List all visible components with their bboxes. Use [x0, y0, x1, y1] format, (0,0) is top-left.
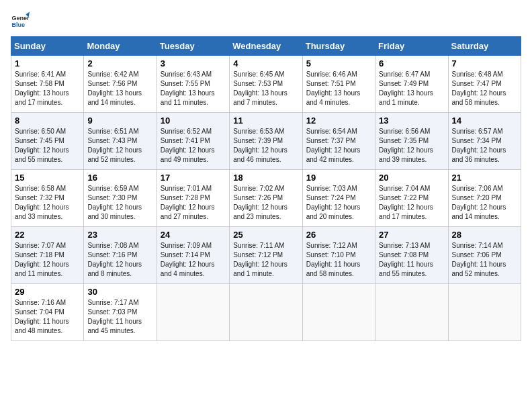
day-number: 5	[306, 58, 371, 68]
calendar-cell: 9 Sunrise: 6:51 AM Sunset: 7:43 PM Dayli…	[84, 113, 157, 170]
day-number: 30	[87, 287, 152, 297]
day-info: Sunrise: 6:45 AM Sunset: 7:53 PM Dayligh…	[233, 70, 298, 107]
day-info: Sunrise: 6:43 AM Sunset: 7:55 PM Dayligh…	[161, 70, 226, 107]
day-number: 20	[379, 173, 444, 183]
weekday-header-monday: Monday	[84, 37, 157, 56]
calendar-cell: 30 Sunrise: 7:17 AM Sunset: 7:03 PM Dayl…	[84, 284, 157, 341]
calendar-cell: 17 Sunrise: 7:01 AM Sunset: 7:28 PM Dayl…	[157, 170, 229, 227]
day-number: 19	[306, 173, 371, 183]
day-info: Sunrise: 7:16 AM Sunset: 7:04 PM Dayligh…	[15, 298, 80, 336]
day-info: Sunrise: 7:14 AM Sunset: 7:06 PM Dayligh…	[452, 241, 517, 279]
weekday-header-tuesday: Tuesday	[157, 37, 229, 56]
svg-text:General: General	[11, 15, 30, 21]
weekday-header-row: SundayMondayTuesdayWednesdayThursdayFrid…	[11, 37, 521, 56]
day-number: 18	[233, 173, 298, 183]
calendar-cell: 25 Sunrise: 7:11 AM Sunset: 7:12 PM Dayl…	[230, 227, 302, 284]
day-number: 23	[87, 230, 152, 240]
weekday-header-sunday: Sunday	[11, 37, 84, 56]
weekday-header-saturday: Saturday	[448, 37, 521, 56]
day-info: Sunrise: 7:13 AM Sunset: 7:08 PM Dayligh…	[379, 241, 444, 279]
weekday-header-wednesday: Wednesday	[230, 37, 302, 56]
day-number: 11	[233, 116, 298, 126]
day-number: 7	[452, 58, 517, 68]
calendar-week-row: 15 Sunrise: 6:58 AM Sunset: 7:32 PM Dayl…	[11, 170, 521, 227]
day-number: 14	[452, 116, 517, 126]
calendar-cell: 10 Sunrise: 6:52 AM Sunset: 7:41 PM Dayl…	[157, 113, 229, 170]
day-info: Sunrise: 6:57 AM Sunset: 7:34 PM Dayligh…	[452, 127, 517, 165]
day-info: Sunrise: 6:56 AM Sunset: 7:35 PM Dayligh…	[379, 127, 444, 165]
calendar-week-row: 8 Sunrise: 6:50 AM Sunset: 7:45 PM Dayli…	[11, 113, 521, 170]
day-info: Sunrise: 6:52 AM Sunset: 7:41 PM Dayligh…	[161, 127, 226, 165]
calendar-cell	[448, 284, 521, 341]
day-number: 26	[306, 230, 371, 240]
calendar-cell: 20 Sunrise: 7:04 AM Sunset: 7:22 PM Dayl…	[375, 170, 448, 227]
calendar-week-row: 29 Sunrise: 7:16 AM Sunset: 7:04 PM Dayl…	[11, 284, 521, 341]
day-info: Sunrise: 7:03 AM Sunset: 7:24 PM Dayligh…	[306, 184, 371, 222]
calendar-cell: 12 Sunrise: 6:54 AM Sunset: 7:37 PM Dayl…	[302, 113, 375, 170]
day-number: 3	[161, 58, 226, 68]
calendar-week-row: 22 Sunrise: 7:07 AM Sunset: 7:18 PM Dayl…	[11, 227, 521, 284]
day-info: Sunrise: 6:41 AM Sunset: 7:58 PM Dayligh…	[15, 70, 80, 107]
day-info: Sunrise: 7:07 AM Sunset: 7:18 PM Dayligh…	[15, 241, 80, 279]
calendar-cell: 21 Sunrise: 7:06 AM Sunset: 7:20 PM Dayl…	[448, 170, 521, 227]
calendar-cell: 22 Sunrise: 7:07 AM Sunset: 7:18 PM Dayl…	[11, 227, 84, 284]
calendar-cell	[375, 284, 448, 341]
logo: General Blue	[11, 11, 30, 30]
calendar-cell: 24 Sunrise: 7:09 AM Sunset: 7:14 PM Dayl…	[157, 227, 229, 284]
day-info: Sunrise: 6:59 AM Sunset: 7:30 PM Dayligh…	[87, 184, 152, 222]
calendar-table: SundayMondayTuesdayWednesdayThursdayFrid…	[11, 36, 521, 341]
calendar-cell: 2 Sunrise: 6:42 AM Sunset: 7:56 PM Dayli…	[84, 56, 157, 113]
day-info: Sunrise: 6:54 AM Sunset: 7:37 PM Dayligh…	[306, 127, 371, 165]
calendar-cell: 27 Sunrise: 7:13 AM Sunset: 7:08 PM Dayl…	[375, 227, 448, 284]
day-info: Sunrise: 6:42 AM Sunset: 7:56 PM Dayligh…	[87, 70, 152, 107]
day-number: 4	[233, 58, 298, 68]
calendar-cell	[230, 284, 302, 341]
calendar-cell: 7 Sunrise: 6:48 AM Sunset: 7:47 PM Dayli…	[448, 56, 521, 113]
day-info: Sunrise: 7:08 AM Sunset: 7:16 PM Dayligh…	[87, 241, 152, 279]
calendar-cell	[302, 284, 375, 341]
day-number: 1	[15, 58, 80, 68]
logo-icon: General Blue	[11, 11, 30, 30]
day-info: Sunrise: 6:53 AM Sunset: 7:39 PM Dayligh…	[233, 127, 298, 165]
day-number: 6	[379, 58, 444, 68]
calendar-cell: 16 Sunrise: 6:59 AM Sunset: 7:30 PM Dayl…	[84, 170, 157, 227]
day-number: 17	[161, 173, 226, 183]
calendar-cell: 23 Sunrise: 7:08 AM Sunset: 7:16 PM Dayl…	[84, 227, 157, 284]
calendar-cell: 29 Sunrise: 7:16 AM Sunset: 7:04 PM Dayl…	[11, 284, 84, 341]
calendar-cell: 8 Sunrise: 6:50 AM Sunset: 7:45 PM Dayli…	[11, 113, 84, 170]
calendar-cell: 14 Sunrise: 6:57 AM Sunset: 7:34 PM Dayl…	[448, 113, 521, 170]
calendar-cell: 1 Sunrise: 6:41 AM Sunset: 7:58 PM Dayli…	[11, 56, 84, 113]
day-number: 2	[87, 58, 152, 68]
calendar-cell: 3 Sunrise: 6:43 AM Sunset: 7:55 PM Dayli…	[157, 56, 229, 113]
day-number: 24	[161, 230, 226, 240]
calendar-cell: 19 Sunrise: 7:03 AM Sunset: 7:24 PM Dayl…	[302, 170, 375, 227]
calendar-cell: 15 Sunrise: 6:58 AM Sunset: 7:32 PM Dayl…	[11, 170, 84, 227]
weekday-header-thursday: Thursday	[302, 37, 375, 56]
day-number: 22	[15, 230, 80, 240]
day-info: Sunrise: 6:46 AM Sunset: 7:51 PM Dayligh…	[306, 70, 371, 107]
calendar-cell	[157, 284, 229, 341]
calendar-week-row: 1 Sunrise: 6:41 AM Sunset: 7:58 PM Dayli…	[11, 56, 521, 113]
day-number: 10	[161, 116, 226, 126]
calendar-cell: 13 Sunrise: 6:56 AM Sunset: 7:35 PM Dayl…	[375, 113, 448, 170]
calendar-cell: 5 Sunrise: 6:46 AM Sunset: 7:51 PM Dayli…	[302, 56, 375, 113]
day-number: 29	[15, 287, 80, 297]
day-number: 28	[452, 230, 517, 240]
day-number: 9	[87, 116, 152, 126]
calendar-cell: 26 Sunrise: 7:12 AM Sunset: 7:10 PM Dayl…	[302, 227, 375, 284]
day-info: Sunrise: 7:01 AM Sunset: 7:28 PM Dayligh…	[161, 184, 226, 222]
calendar-cell: 18 Sunrise: 7:02 AM Sunset: 7:26 PM Dayl…	[230, 170, 302, 227]
calendar-cell: 4 Sunrise: 6:45 AM Sunset: 7:53 PM Dayli…	[230, 56, 302, 113]
calendar-cell: 6 Sunrise: 6:47 AM Sunset: 7:49 PM Dayli…	[375, 56, 448, 113]
day-info: Sunrise: 7:02 AM Sunset: 7:26 PM Dayligh…	[233, 184, 298, 222]
day-info: Sunrise: 7:12 AM Sunset: 7:10 PM Dayligh…	[306, 241, 371, 279]
calendar-cell: 11 Sunrise: 6:53 AM Sunset: 7:39 PM Dayl…	[230, 113, 302, 170]
weekday-header-friday: Friday	[375, 37, 448, 56]
day-number: 8	[15, 116, 80, 126]
day-info: Sunrise: 7:06 AM Sunset: 7:20 PM Dayligh…	[452, 184, 517, 222]
day-info: Sunrise: 6:51 AM Sunset: 7:43 PM Dayligh…	[87, 127, 152, 165]
page-header: General Blue	[11, 11, 521, 30]
day-number: 13	[379, 116, 444, 126]
day-info: Sunrise: 7:09 AM Sunset: 7:14 PM Dayligh…	[161, 241, 226, 279]
day-number: 25	[233, 230, 298, 240]
